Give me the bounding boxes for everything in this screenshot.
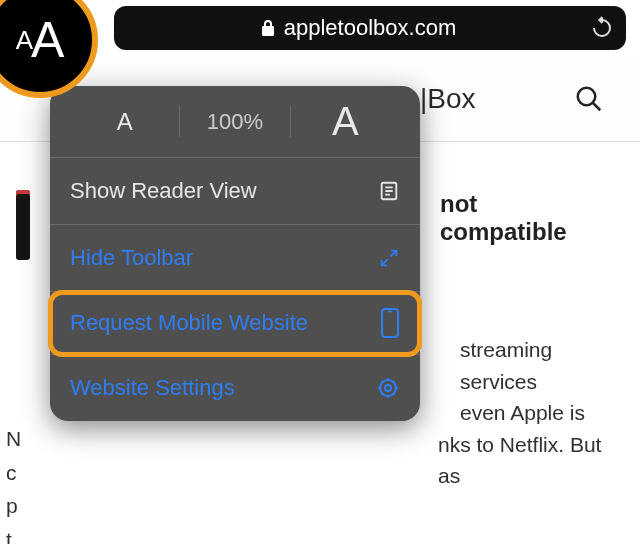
hide-toolbar[interactable]: Hide Toolbar: [50, 225, 420, 292]
reload-icon[interactable]: [590, 16, 614, 40]
svg-point-9: [385, 385, 391, 391]
website-settings[interactable]: Website Settings: [50, 355, 420, 421]
article-left-letters: Ncpt: [6, 422, 21, 544]
url-text: appletoolbox.com: [284, 15, 456, 41]
svg-line-16: [381, 393, 383, 395]
reader-icon: [378, 180, 400, 202]
hide-toolbar-label: Hide Toolbar: [70, 245, 193, 271]
svg-line-15: [393, 393, 395, 395]
article-frag-2: even Apple is: [460, 397, 610, 429]
show-reader-view[interactable]: Show Reader View: [50, 158, 420, 225]
address-bar[interactable]: appletoolbox.com: [114, 6, 626, 50]
lock-icon: [260, 19, 276, 37]
page-format-popover: A 100% A Show Reader View Hide Toolbar R…: [50, 86, 420, 421]
text-size-row: A 100% A: [50, 86, 420, 158]
svg-line-1: [593, 102, 601, 110]
article-thumbnail: [16, 190, 30, 260]
expand-icon: [378, 247, 400, 269]
article-frag-3: nks to Netflix. But as: [438, 429, 610, 492]
article-frag-1: streaming services: [460, 334, 610, 397]
site-brand-fragment: |Box: [420, 83, 476, 115]
article-headline-fragment: not compatible: [440, 190, 610, 246]
website-settings-label: Website Settings: [70, 375, 235, 401]
gear-icon: [376, 376, 400, 400]
phone-icon: [380, 308, 400, 338]
svg-line-17: [393, 381, 395, 383]
svg-point-0: [578, 87, 596, 105]
show-reader-label: Show Reader View: [70, 178, 257, 204]
search-icon[interactable]: [574, 84, 604, 114]
decrease-text-button[interactable]: A: [70, 106, 180, 137]
zoom-level[interactable]: 100%: [180, 106, 290, 137]
big-a-icon: A: [31, 15, 64, 65]
url-display: appletoolbox.com: [126, 15, 590, 41]
request-mobile-label: Request Mobile Website: [70, 309, 308, 338]
request-mobile-website[interactable]: Request Mobile Website: [50, 292, 420, 355]
increase-text-button[interactable]: A: [291, 106, 400, 137]
svg-rect-6: [382, 309, 398, 337]
svg-line-14: [381, 381, 383, 383]
